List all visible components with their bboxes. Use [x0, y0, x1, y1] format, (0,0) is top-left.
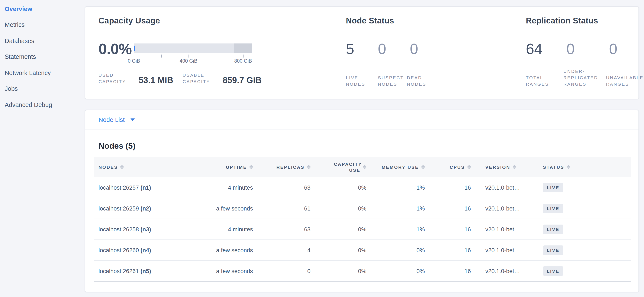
dead-nodes-value: 0 — [410, 40, 442, 57]
version-cell: v20.1.0-bet… — [471, 261, 533, 282]
sidebar-item-metrics[interactable]: Metrics — [0, 17, 84, 33]
sidebar-item-jobs[interactable]: Jobs — [0, 81, 84, 97]
capacity-bar — [134, 43, 252, 53]
node-status-section: Node Status 5 0 0 LIVE NODES SUSPECT NOD… — [346, 7, 525, 99]
suspect-nodes-label: SUSPECT NODES — [378, 75, 407, 87]
status-cell: LIVE — [533, 198, 584, 219]
column-header-memory-use[interactable]: MEMORY USE — [366, 157, 425, 177]
table-row: localhost:26258 (n3) 4 minutes 63 0% 1% … — [94, 219, 630, 240]
unavailable-ranges-label: UNAVAILABLE RANGES — [606, 75, 644, 87]
sidebar-item-advanced-debug[interactable]: Advanced Debug — [0, 97, 84, 113]
capacity-percent: 0.0% — [98, 40, 132, 57]
uptime-cell: 4 minutes — [208, 219, 253, 240]
node-status-labels: LIVE NODES SUSPECT NODES DEAD NODES — [346, 67, 439, 87]
sidebar-item-databases[interactable]: Databases — [0, 33, 84, 49]
status-cell: LIVE — [533, 219, 584, 240]
replicas-cell: 61 — [253, 198, 310, 219]
node-address-link[interactable]: localhost:26257 (n1) — [94, 177, 208, 198]
memory-use-cell: 1% — [366, 198, 425, 219]
node-address-link[interactable]: localhost:26260 (n4) — [94, 240, 208, 261]
column-header-nodes[interactable]: NODES — [94, 157, 208, 177]
usable-capacity-label: USABLE CAPACITY — [182, 72, 216, 85]
cpus-cell: 16 — [425, 261, 471, 282]
axis-tick — [188, 54, 189, 57]
node-status-title: Node Status — [346, 16, 394, 25]
version-cell: v20.1.0-bet… — [471, 240, 533, 261]
sidebar-item-overview[interactable]: Overview — [0, 1, 84, 17]
column-header-version[interactable]: VERSION — [471, 157, 533, 177]
replicas-cell: 63 — [253, 219, 310, 240]
column-header-cpus[interactable]: CPUS — [425, 157, 471, 177]
axis-tick — [243, 54, 244, 57]
unavailable-ranges-value: 0 — [609, 40, 644, 57]
sidebar: Overview Metrics Databases Statements Ne… — [0, 0, 84, 297]
memory-use-cell: 0% — [366, 261, 425, 282]
nodes-table: NODES UPTIME REPLICAS CAPACITY USE MEMOR… — [94, 157, 630, 282]
live-nodes-value: 5 — [346, 40, 378, 57]
status-cell: LIVE — [533, 177, 584, 198]
table-header-row: NODES UPTIME REPLICAS CAPACITY USE MEMOR… — [94, 157, 630, 177]
capacity-usage-title: Capacity Usage — [98, 16, 160, 25]
admin-ui-page: Overview Metrics Databases Statements Ne… — [0, 0, 644, 297]
column-header-status[interactable]: STATUS — [533, 157, 584, 177]
used-capacity-label: USED CAPACITY — [98, 72, 132, 85]
status-badge: LIVE — [543, 183, 564, 192]
cluster-summary-card: Capacity Usage 0.0% 0 GiB 400 GiB — [85, 6, 639, 99]
node-list-dropdown[interactable]: Node List — [98, 117, 135, 123]
table-row: localhost:26260 (n4) a few seconds 4 0% … — [94, 240, 630, 261]
replicas-cell: 0 — [253, 261, 310, 282]
capacity-bar-reserved-segment — [234, 43, 252, 53]
uptime-cell: a few seconds — [208, 198, 253, 219]
capacity-use-cell: 0% — [310, 219, 366, 240]
replicas-cell: 4 — [253, 240, 310, 261]
uptime-cell: a few seconds — [208, 240, 253, 261]
version-cell: v20.1.0-bet… — [471, 219, 533, 240]
chevron-down-icon — [131, 119, 135, 121]
sidebar-item-statements[interactable]: Statements — [0, 49, 84, 65]
node-address-link[interactable]: localhost:26258 (n3) — [94, 219, 208, 240]
under-replicated-ranges-value: 0 — [566, 40, 609, 57]
version-cell: v20.1.0-bet… — [471, 198, 533, 219]
status-cell: LIVE — [533, 240, 584, 261]
replication-labels: TOTAL RANGES UNDER-REPLICATED RANGES UNA… — [526, 67, 644, 87]
axis-tick — [134, 54, 134, 57]
sort-icon — [250, 165, 253, 169]
version-cell: v20.1.0-bet… — [471, 177, 533, 198]
node-list-dropdown-label: Node List — [98, 117, 125, 123]
sidebar-item-network-latency[interactable]: Network Latency — [0, 65, 84, 81]
replicas-cell: 63 — [253, 177, 310, 198]
replication-status-title: Replication Status — [526, 16, 598, 25]
axis-label: 0 GiB — [128, 58, 140, 63]
capacity-stats: USED CAPACITY 53.1 MiB USABLE CAPACITY 8… — [98, 72, 262, 85]
replication-values: 64 0 0 — [526, 40, 644, 57]
sort-icon — [421, 165, 425, 169]
sort-icon — [513, 165, 516, 169]
total-ranges-label: TOTAL RANGES — [526, 75, 564, 87]
column-header-uptime[interactable]: UPTIME — [208, 157, 253, 177]
cpus-cell: 16 — [425, 198, 471, 219]
dead-nodes-label: DEAD NODES — [407, 75, 439, 87]
status-badge: LIVE — [543, 246, 564, 255]
capacity-usage-section: Capacity Usage 0.0% 0 GiB 400 GiB — [98, 7, 344, 99]
node-address-link[interactable]: localhost:26259 (n2) — [94, 198, 208, 219]
capacity-bar-chart: 0 GiB 400 GiB 800 GiB — [134, 43, 252, 64]
replication-status-section: Replication Status 64 0 0 TOTAL RANGES U… — [526, 7, 638, 99]
table-row: localhost:26259 (n2) a few seconds 61 0%… — [94, 198, 630, 219]
column-header-replicas[interactable]: REPLICAS — [253, 157, 310, 177]
memory-use-cell: 1% — [366, 177, 425, 198]
status-cell: LIVE — [533, 261, 584, 282]
memory-use-cell: 1% — [366, 219, 425, 240]
column-header-capacity-use[interactable]: CAPACITY USE — [310, 157, 366, 177]
sort-icon — [567, 165, 570, 169]
total-ranges-value: 64 — [526, 40, 566, 57]
cpus-cell: 16 — [425, 240, 471, 261]
suspect-nodes-value: 0 — [378, 40, 410, 57]
status-badge: LIVE — [543, 204, 564, 213]
node-address-link[interactable]: localhost:26261 (n5) — [94, 261, 208, 282]
table-row: localhost:26261 (n5) a few seconds 0 0% … — [94, 261, 630, 282]
memory-use-cell: 0% — [366, 240, 425, 261]
status-badge: LIVE — [543, 225, 564, 234]
status-badge: LIVE — [543, 266, 564, 276]
capacity-use-cell: 0% — [310, 177, 366, 198]
axis-label: 400 GiB — [180, 58, 197, 63]
